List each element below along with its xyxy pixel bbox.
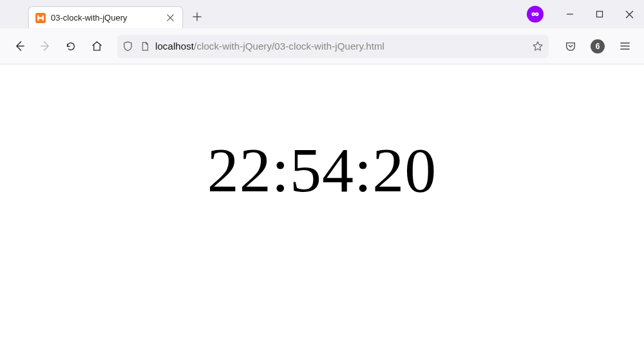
svg-rect-3 — [37, 17, 44, 18]
app-menu-button[interactable] — [613, 35, 636, 58]
tracking-shield-button[interactable] — [122, 41, 133, 52]
pocket-icon — [565, 41, 576, 52]
minimize-window-button[interactable] — [555, 0, 585, 28]
urlbar-security-section — [122, 41, 150, 52]
infinity-mask-icon — [530, 9, 540, 19]
toolbar-right: 6 — [559, 35, 636, 58]
arrow-left-icon — [14, 40, 26, 52]
close-window-button[interactable] — [614, 0, 644, 28]
arrow-right-icon — [39, 40, 52, 52]
hamburger-icon — [620, 41, 630, 52]
maximize-window-button[interactable] — [585, 0, 614, 28]
notifications-button[interactable]: 6 — [586, 35, 609, 58]
notification-count-badge: 6 — [591, 39, 605, 53]
home-icon — [91, 40, 103, 52]
svg-rect-4 — [597, 12, 603, 17]
back-button[interactable] — [8, 35, 31, 58]
star-icon — [532, 41, 544, 52]
reload-button[interactable] — [59, 35, 82, 58]
page-content: 22:54:20 — [0, 64, 644, 206]
browser-toolbar: localhost/clock-with-jQuery/03-clock-wit… — [0, 28, 644, 64]
reload-icon — [65, 41, 77, 52]
xampp-favicon-icon — [35, 13, 46, 23]
address-bar[interactable]: localhost/clock-with-jQuery/03-clock-wit… — [117, 35, 549, 58]
tab-title: 03-clock-with-jQuery — [51, 13, 159, 23]
page-icon — [140, 41, 150, 52]
close-icon — [167, 14, 174, 21]
minimize-icon — [566, 10, 574, 18]
plus-icon — [193, 12, 202, 21]
browser-tab[interactable]: 03-clock-with-jQuery — [28, 6, 183, 28]
new-tab-button[interactable] — [187, 6, 207, 27]
maximize-icon — [596, 10, 603, 18]
pocket-button[interactable] — [559, 35, 582, 58]
url-host: localhost — [155, 41, 194, 52]
extension-badge[interactable] — [527, 6, 544, 23]
close-tab-button[interactable] — [164, 12, 176, 24]
browser-tabbar: 03-clock-with-jQuery — [0, 0, 644, 28]
url-path: /clock-with-jQuery/03-clock-with-jQuery.… — [194, 41, 384, 52]
clock-display: 22:54:20 — [207, 134, 437, 206]
site-info-button[interactable] — [140, 41, 150, 52]
forward-button[interactable] — [33, 35, 57, 58]
home-button[interactable] — [85, 35, 108, 58]
url-text: localhost/clock-with-jQuery/03-clock-wit… — [155, 41, 527, 52]
window-controls — [527, 0, 644, 28]
shield-icon — [122, 41, 133, 52]
close-icon — [625, 10, 634, 19]
bookmark-button[interactable] — [532, 41, 544, 52]
